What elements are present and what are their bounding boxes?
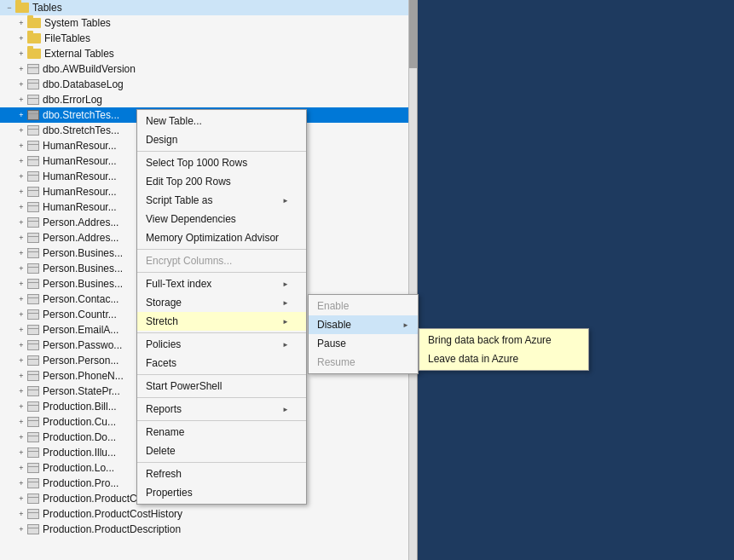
submenu-arrow-icon: ►	[282, 318, 289, 326]
menu-separator	[137, 151, 306, 152]
menu-item-label: Properties	[146, 487, 193, 499]
menu-item-refresh[interactable]: Refresh	[137, 465, 306, 483]
tree-item-awbuildversion[interactable]: + dbo.AWBuildVersion	[0, 61, 417, 77]
menu-item-start-powershell[interactable]: Start PowerShell	[137, 377, 306, 395]
item-label: Production.Lo...	[43, 462, 114, 474]
submenu-item-label: Enable	[317, 300, 349, 312]
table-icon	[27, 110, 39, 120]
expand-icon: +	[15, 309, 27, 320]
menu-item-memory-optimization[interactable]: Memory Optimization Advisor	[137, 228, 306, 247]
item-label: Person.StatePr...	[43, 385, 120, 397]
item-label: System Tables	[44, 17, 111, 29]
expand-icon: +	[15, 431, 27, 443]
tree-item-production-productcosthistory[interactable]: + Production.ProductCostHistory	[0, 506, 417, 522]
expand-icon: +	[15, 324, 27, 336]
context-menu: New Table... Design Select Top 1000 Rows…	[136, 109, 307, 505]
submenu-item-resume[interactable]: Resume	[309, 353, 418, 372]
expand-icon: +	[15, 493, 27, 505]
table-icon	[27, 432, 39, 442]
menu-item-rename[interactable]: Rename	[137, 423, 306, 442]
item-label: Person.EmailA...	[43, 324, 118, 336]
menu-item-delete[interactable]: Delete	[137, 442, 306, 460]
scrollbar-thumb[interactable]	[409, 0, 417, 68]
item-label: Person.Contac...	[43, 293, 118, 305]
menu-item-stretch[interactable]: Stretch ►	[137, 312, 306, 331]
submenu-item-label: Bring data back from Azure	[428, 334, 552, 346]
tree-item-external-tables[interactable]: + External Tables	[0, 46, 417, 61]
tree-item-production-productdescription[interactable]: + Production.ProductDescription	[0, 522, 417, 537]
menu-item-policies[interactable]: Policies ►	[137, 335, 306, 354]
expand-icon: +	[15, 508, 27, 520]
table-icon	[27, 125, 39, 136]
menu-item-label: Select Top 1000 Rows	[146, 157, 247, 169]
menu-item-script-table-as[interactable]: Script Table as ►	[137, 191, 306, 210]
menu-item-facets[interactable]: Facets	[137, 354, 306, 372]
scrollbar[interactable]	[408, 0, 417, 560]
table-icon	[27, 478, 39, 488]
item-label: Person.Busines...	[43, 263, 123, 274]
expand-icon: +	[15, 339, 27, 351]
menu-item-design[interactable]: Design	[137, 130, 306, 149]
menu-item-properties[interactable]: Properties	[137, 483, 306, 502]
folder-icon	[15, 3, 29, 13]
item-label: Person.Addres...	[43, 232, 118, 244]
item-label: Production.Do...	[43, 431, 116, 443]
item-label: Person.Busines...	[43, 278, 123, 290]
item-label: dbo.StretchTes...	[43, 124, 119, 136]
item-label: dbo.AWBuildVersion	[43, 63, 136, 75]
item-label: Person.Person...	[43, 355, 118, 367]
menu-item-fulltext-index[interactable]: Full-Text index ►	[137, 274, 306, 293]
menu-item-label: Delete	[146, 445, 176, 457]
expand-icon: +	[15, 278, 27, 290]
table-icon	[27, 325, 39, 335]
expand-icon: +	[15, 78, 27, 90]
menu-item-edit-top-200[interactable]: Edit Top 200 Rows	[137, 172, 306, 191]
table-icon	[27, 417, 39, 427]
submenu-item-enable[interactable]: Enable	[309, 297, 418, 315]
expand-icon: +	[15, 17, 27, 29]
table-icon	[27, 171, 39, 182]
menu-item-storage[interactable]: Storage ►	[137, 293, 306, 312]
menu-item-label: Encrypt Columns...	[146, 255, 232, 267]
menu-item-select-top-1000[interactable]: Select Top 1000 Rows	[137, 153, 306, 172]
menu-item-encrypt-columns[interactable]: Encrypt Columns...	[137, 251, 306, 270]
menu-item-label: Script Table as	[146, 194, 213, 206]
expand-icon: +	[15, 216, 27, 228]
submenu-item-disable[interactable]: Disable ►	[309, 315, 418, 334]
submenu-disable: Bring data back from Azure Leave data in…	[419, 328, 589, 371]
expand-icon: +	[15, 32, 27, 44]
tree-item-databaselog[interactable]: + dbo.DatabaseLog	[0, 77, 417, 92]
item-label: dbo.StretchTes...	[43, 109, 119, 121]
item-label: Tables	[32, 2, 62, 14]
submenu-item-leave-data-in-azure[interactable]: Leave data in Azure	[419, 349, 588, 368]
tree-item-tables[interactable]: − Tables	[0, 0, 417, 15]
item-label: Person.Busines...	[43, 247, 123, 259]
tree-item-system-tables[interactable]: + System Tables	[0, 15, 417, 31]
expand-icon: +	[15, 401, 27, 413]
submenu-item-label: Disable	[317, 319, 351, 331]
tree-item-errorlog[interactable]: + dbo.ErrorLog	[0, 92, 417, 107]
menu-item-label: Policies	[146, 338, 181, 350]
table-icon	[27, 524, 39, 534]
folder-icon	[27, 33, 41, 43]
table-icon	[27, 463, 39, 473]
submenu-item-bring-data-back[interactable]: Bring data back from Azure	[419, 331, 588, 349]
menu-item-label: Memory Optimization Advisor	[146, 232, 279, 244]
expand-icon: +	[15, 124, 27, 136]
item-label: HumanResour...	[43, 140, 117, 152]
menu-item-reports[interactable]: Reports ►	[137, 400, 306, 419]
table-icon	[27, 279, 39, 289]
tree-item-filetables[interactable]: + FileTables	[0, 31, 417, 46]
menu-item-view-dependencies[interactable]: View Dependencies	[137, 210, 306, 228]
item-label: dbo.DatabaseLog	[43, 78, 124, 90]
submenu-item-pause[interactable]: Pause	[309, 334, 418, 353]
table-icon	[27, 294, 39, 304]
expand-icon: +	[15, 94, 27, 106]
submenu-item-label: Leave data in Azure	[428, 353, 518, 365]
table-icon	[27, 248, 39, 258]
menu-item-new-table[interactable]: New Table...	[137, 112, 306, 130]
expand-icon: +	[15, 232, 27, 244]
menu-item-label: Rename	[146, 426, 184, 438]
item-label: HumanResour...	[43, 170, 117, 182]
table-icon	[27, 202, 39, 212]
